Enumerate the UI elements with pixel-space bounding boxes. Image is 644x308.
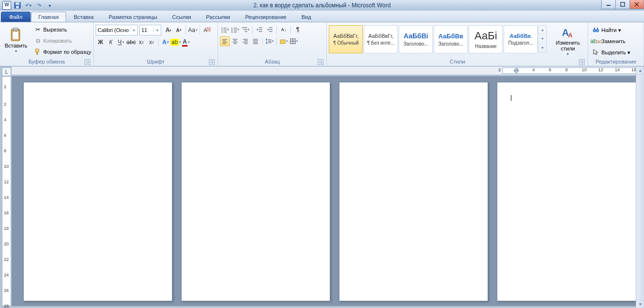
align-left-button[interactable] (220, 36, 230, 46)
svg-rect-9 (13, 32, 18, 39)
style-1[interactable]: АаБбВвГг,¶ Без инте... (364, 25, 398, 53)
shrink-font-button[interactable]: A▾ (174, 25, 184, 35)
highlight-button[interactable]: ab▾ (171, 37, 181, 47)
style-0[interactable]: АаБбВвГг,¶ Обычный (329, 25, 363, 53)
quick-access-toolbar: W ↶▾ ↷ ▾ (0, 0, 56, 10)
align-center-button[interactable] (230, 36, 240, 46)
scissors-icon: ✂ (34, 26, 42, 33)
font-size-combo[interactable]: ▾ (139, 25, 161, 35)
cut-button[interactable]: ✂Вырезать (32, 24, 93, 35)
tab-layout[interactable]: Разметка страницы (102, 12, 165, 22)
line-spacing-button[interactable]: ▾ (265, 36, 274, 46)
horizontal-ruler[interactable]: 224681012141618 (12, 66, 644, 75)
title-bar: W ↶▾ ↷ ▾ 2. как в ворде сделать альбомны… (0, 0, 644, 11)
chevron-down-icon[interactable]: ▾ (130, 28, 137, 32)
style-4[interactable]: АаБіНазвание (469, 25, 503, 53)
vertical-ruler[interactable]: 2246810121416182022242628 (2, 76, 11, 306)
text-effects-button[interactable]: A▾ (161, 37, 170, 47)
tab-view[interactable]: Вид (294, 12, 319, 22)
dialog-launcher-icon[interactable]: ◲ (209, 59, 215, 65)
maximize-button[interactable] (615, 0, 630, 9)
find-button[interactable]: Найти▾ (590, 25, 623, 35)
group-editing-label: Редактирование (595, 59, 636, 65)
borders-button[interactable]: ▾ (289, 36, 299, 46)
tab-mailings[interactable]: Рассылки (199, 12, 237, 22)
copy-icon: ⧉ (34, 37, 42, 45)
numbering-button[interactable]: 123▾ (230, 25, 240, 34)
style-2[interactable]: АаБбВіЗаголово... (399, 25, 433, 53)
show-marks-button[interactable]: ¶ (293, 25, 303, 34)
page-3[interactable] (339, 82, 488, 301)
arrow-down-icon[interactable]: ▾ (636, 300, 644, 308)
format-painter-button[interactable]: Формат по образцу (32, 47, 93, 57)
redo-icon[interactable]: ↷ (34, 0, 44, 10)
cursor-icon (592, 49, 600, 56)
clear-formatting-button[interactable]: A (202, 25, 212, 35)
font-name-combo[interactable]: ▾ (96, 25, 138, 35)
tab-review[interactable]: Рецензирование (238, 12, 294, 22)
group-styles: АаБбВвГг,¶ ОбычныйАаБбВвГг,¶ Без инте...… (327, 22, 588, 66)
tab-selector-box[interactable]: L (2, 67, 11, 76)
save-icon[interactable] (13, 0, 22, 10)
style-5[interactable]: АаБбВв.Подзагол... (504, 25, 538, 53)
italic-button[interactable]: К (106, 37, 116, 47)
dialog-launcher-icon[interactable]: ◲ (579, 59, 585, 65)
dialog-launcher-icon[interactable]: ◲ (85, 59, 90, 65)
document-area[interactable] (12, 76, 636, 306)
multilevel-button[interactable]: ▾ (240, 25, 250, 34)
change-case-button[interactable]: Aa▾ (188, 25, 198, 35)
minimize-button[interactable] (601, 0, 616, 9)
strikethrough-button[interactable]: abc (126, 37, 136, 47)
justify-button[interactable] (251, 36, 260, 46)
styles-more-button[interactable]: ▴ ▾ ▾ (538, 25, 547, 52)
copy-button[interactable]: ⧉Копировать (32, 35, 93, 46)
select-button[interactable]: Выделить▾ (590, 47, 632, 58)
paste-button[interactable]: Вставить ▾ (2, 23, 30, 58)
page-2[interactable] (181, 82, 330, 301)
tab-references[interactable]: Ссылки (165, 12, 199, 22)
undo-icon[interactable]: ↶▾ (23, 0, 33, 10)
dialog-launcher-icon[interactable]: ◲ (318, 59, 323, 65)
app-icon[interactable]: W (2, 0, 12, 10)
group-clipboard: Вставить ▾ ✂Вырезать ⧉Копировать Формат … (0, 22, 94, 66)
close-button[interactable] (629, 0, 644, 9)
change-styles-button[interactable]: AA Изменить стили▾ (550, 25, 586, 58)
page-4[interactable] (497, 82, 636, 301)
underline-button[interactable]: Ч▾ (116, 37, 126, 47)
align-right-button[interactable] (240, 36, 250, 46)
sort-button[interactable]: А↓ (279, 25, 288, 34)
indent-marker-icon[interactable] (513, 66, 520, 75)
subscript-button[interactable]: x2 (136, 37, 146, 47)
ribbon-tabs: Файл Главная Вставка Разметка страницы С… (0, 11, 644, 22)
group-font-label: Шрифт (147, 59, 165, 65)
chevron-down-icon: ▾ (618, 27, 621, 33)
tab-insert[interactable]: Вставка (67, 12, 101, 22)
qat-customize-icon[interactable]: ▾ (45, 0, 54, 10)
decrease-indent-button[interactable] (254, 25, 264, 34)
shading-button[interactable]: ▾ (279, 36, 288, 46)
replace-button[interactable]: abacЗаменить (590, 36, 627, 47)
vertical-scrollbar[interactable]: ▴ ▾ (636, 66, 644, 308)
grow-font-button[interactable]: A▴ (164, 25, 173, 35)
bullets-button[interactable]: ▾ (220, 25, 230, 34)
group-clipboard-label: Буфер обмена (29, 59, 65, 65)
style-3[interactable]: АаБбВвЗаголово... (434, 25, 468, 53)
chevron-down-icon: ▾ (627, 49, 630, 56)
increase-indent-button[interactable] (265, 25, 274, 34)
superscript-button[interactable]: x2 (147, 37, 156, 47)
tab-file[interactable]: Файл (1, 12, 31, 22)
page-1[interactable] (23, 82, 172, 301)
font-size-input[interactable] (140, 27, 153, 33)
arrow-up-icon[interactable]: ▴ (636, 66, 644, 75)
group-paragraph: ▾ 123▾ ▾ А↓ ¶ ▾ ▾ ▾ (218, 22, 327, 66)
bold-button[interactable]: Ж (96, 37, 105, 47)
font-name-input[interactable] (96, 27, 130, 33)
font-color-button[interactable]: A▾ (181, 37, 191, 47)
window-controls (602, 0, 644, 9)
tab-home[interactable]: Главная (31, 12, 66, 22)
svg-marker-71 (593, 49, 598, 55)
ribbon: Вставить ▾ ✂Вырезать ⧉Копировать Формат … (0, 22, 644, 66)
chevron-down-icon[interactable]: ▾ (153, 28, 161, 32)
window-title: 2. как в ворде сделать альбомный - Micro… (0, 2, 644, 9)
svg-marker-35 (267, 29, 269, 31)
